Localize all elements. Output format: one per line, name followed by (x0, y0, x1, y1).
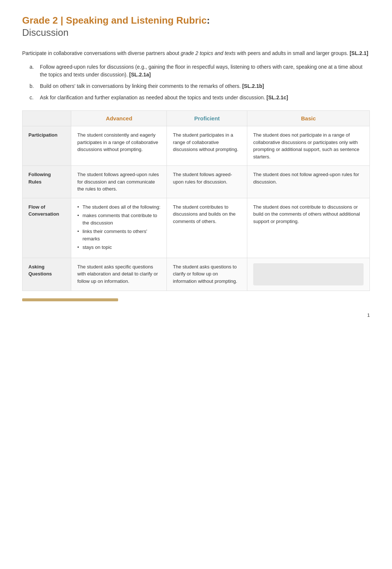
table-header-row: Advanced Proficient Basic (23, 111, 370, 126)
following-rules-basic: The student does not follow agreed-upon … (247, 166, 369, 198)
standards-list: a. Follow agreed-upon rules for discussi… (22, 63, 370, 102)
col-header-label (23, 111, 71, 126)
row-label-flow-of-conversation: Flow of Conversation (23, 198, 71, 258)
flow-advanced: The student does all of the following: m… (71, 198, 167, 258)
page-title-colored: Grade 2 | Speaking and Listening Rubric (22, 15, 207, 26)
table-row-following-rules: Following Rules The student follows agre… (23, 166, 370, 198)
asking-questions-basic-placeholder (253, 263, 364, 285)
standard-b-code: [SL.2.1b] (242, 83, 264, 89)
standard-c-code: [SL.2.1c] (267, 95, 288, 100)
row-label-following-rules: Following Rules (23, 166, 71, 198)
table-row-asking-questions: Asking Questions The student asks specif… (23, 258, 370, 291)
footer-bar (22, 298, 118, 301)
asking-questions-basic (247, 258, 369, 291)
row-label-asking-questions: Asking Questions (23, 258, 71, 291)
standard-a-code: [SL.2.1a] (129, 72, 151, 78)
table-row-participation: Participation The student consistently a… (23, 126, 370, 166)
following-rules-proficient: The student follows agreed-upon rules fo… (167, 166, 247, 198)
flow-proficient: The student contributes to discussions a… (167, 198, 247, 258)
flow-bullet-2: links their comments to others' remarks (77, 228, 161, 242)
asking-questions-proficient: The student asks questions to clarify or… (167, 258, 247, 291)
flow-bullet-3: stays on topic (77, 244, 161, 251)
asking-questions-advanced: The student asks specific questions with… (71, 258, 167, 291)
page-subtitle: Discussion (22, 27, 370, 38)
participation-advanced: The student consistently and eagerly par… (71, 126, 167, 166)
row-label-participation: Participation (23, 126, 71, 166)
flow-basic: The student does not contribute to discu… (247, 198, 369, 258)
page-header: Grade 2 | Speaking and Listening Rubric:… (22, 15, 370, 38)
standard-b: b. Build on others' talk in conversation… (30, 82, 370, 90)
standard-c: c. Ask for clarification and further exp… (30, 94, 370, 102)
page-title-colon: : (207, 15, 210, 26)
col-header-advanced: Advanced (71, 111, 167, 126)
table-row-flow-of-conversation: Flow of Conversation The student does al… (23, 198, 370, 258)
standard-a: a. Follow agreed-upon rules for discussi… (30, 63, 370, 79)
following-rules-advanced: The student follows agreed-upon rules fo… (71, 166, 167, 198)
col-header-basic: Basic (247, 111, 369, 126)
participation-proficient: The student participates in a range of c… (167, 126, 247, 166)
flow-bullet-1: makes comments that contribute to the di… (77, 212, 161, 226)
flow-advanced-bullets: The student does all of the following: m… (77, 203, 161, 251)
page-number: 1 (22, 312, 370, 318)
col-header-proficient: Proficient (167, 111, 247, 126)
rubric-table: Advanced Proficient Basic Participation … (22, 110, 370, 291)
flow-bullet-0: The student does all of the following: (77, 203, 161, 211)
participation-basic: The student does not participate in a ra… (247, 126, 369, 166)
intro-paragraph: Participate in collaborative conversatio… (22, 49, 370, 57)
